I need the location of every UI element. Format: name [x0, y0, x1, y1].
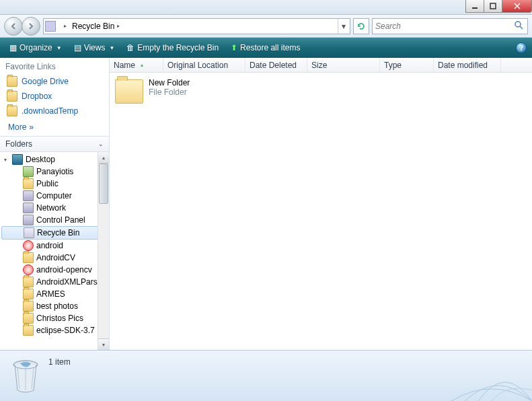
tree-item[interactable]: Panayiotis [0, 166, 109, 178]
minimize-button[interactable] [465, 0, 484, 13]
views-button[interactable]: ▤Views▼ [70, 42, 119, 54]
column-header[interactable]: Size [307, 58, 380, 72]
favorite-link[interactable]: Dropbox [3, 89, 106, 104]
dropdown-icon: ▼ [56, 45, 62, 51]
help-button[interactable]: ? [516, 42, 527, 53]
folder-icon [7, 76, 17, 87]
restore-label: Restore all items [240, 43, 300, 52]
tree-item[interactable]: eclipse-SDK-3.7 [0, 324, 109, 336]
comp-icon [23, 215, 34, 225]
tree-item[interactable]: Control Panel [0, 214, 109, 226]
tree-item-label: Control Panel [36, 215, 85, 225]
column-header[interactable]: Name [110, 58, 163, 72]
empty-bin-button[interactable]: 🗑Empty the Recycle Bin [122, 42, 223, 54]
folders-header[interactable]: Folders⌄ [0, 136, 109, 152]
folders-label: Folders [5, 139, 32, 149]
tree-item-label: Desktop [26, 155, 55, 164]
tree-item-label: AndroidXMLPars [36, 277, 98, 287]
svg-point-4 [515, 22, 521, 27]
window-titlebar [0, 0, 532, 15]
tree-item-label: ARMES [36, 289, 65, 299]
organize-icon: ▦ [9, 43, 17, 52]
favorite-link[interactable]: Google Drive [3, 74, 106, 89]
expand-icon[interactable]: ▾ [4, 157, 7, 163]
address-bar[interactable]: ▸ Recycle Bin▸ ▾ [43, 18, 350, 34]
column-headers: NameOriginal LocationDate DeletedSizeTyp… [110, 58, 532, 73]
folder-icon [23, 313, 34, 324]
search-input[interactable] [375, 22, 525, 31]
tree-item[interactable]: Recycle Bin [1, 226, 108, 240]
decorative-swoosh [397, 350, 532, 401]
tree-item[interactable]: Public [0, 178, 109, 190]
views-label: Views [84, 43, 106, 52]
tree-item-label: android [36, 241, 63, 250]
tree-item-label: best photos [36, 301, 78, 311]
forward-button[interactable] [22, 17, 40, 36]
tree-item-label: Network [36, 203, 66, 213]
tree-item[interactable]: Christos Pics [0, 312, 109, 324]
tree-item[interactable]: android-opencv [0, 264, 109, 276]
chevron-right-icon: ▸ [64, 23, 67, 29]
back-button[interactable] [4, 17, 23, 36]
list-item[interactable]: New FolderFile Folder [114, 77, 528, 105]
desktop-icon [12, 154, 23, 165]
tree-item[interactable]: ARMES [0, 288, 109, 300]
address-segment-location[interactable]: Recycle Bin▸ [69, 19, 122, 34]
bin-icon: 🗑 [126, 43, 135, 52]
address-segment[interactable]: ▸ [59, 19, 69, 34]
net-icon [23, 203, 34, 213]
scroll-up-button[interactable]: ▴ [98, 152, 109, 163]
tree-item[interactable]: android [0, 240, 109, 252]
tree-item-label: eclipse-SDK-3.7 [36, 326, 95, 335]
column-header[interactable]: Date Deleted [245, 58, 307, 72]
more-label: More [8, 122, 26, 132]
tree-item[interactable]: AndroidCV [0, 252, 109, 264]
scrollbar[interactable]: ▴ ▾ [98, 152, 109, 350]
column-header[interactable]: Original Location [163, 58, 245, 72]
column-header[interactable]: Date modified [434, 58, 501, 72]
bin-icon [24, 227, 34, 238]
tree-item-label: Public [36, 179, 59, 188]
svg-rect-1 [490, 3, 496, 9]
maximize-button[interactable] [484, 0, 502, 13]
navigation-pane: Favorite Links Google DriveDropbox.downl… [0, 58, 110, 350]
favorite-link[interactable]: .downloadTemp [3, 104, 106, 118]
item-name: New Folder [149, 78, 190, 87]
warn-icon [23, 240, 34, 251]
tree-item[interactable]: Computer [0, 190, 109, 202]
restore-all-button[interactable]: ⬆Restore all items [227, 42, 304, 54]
favorite-links-header: Favorite Links [0, 58, 109, 74]
status-bar: 1 item [0, 350, 532, 401]
organize-button[interactable]: ▦Organize▼ [5, 42, 66, 54]
restore-icon: ⬆ [231, 43, 237, 52]
folder-icon [23, 277, 34, 287]
favorite-link-label: Google Drive [22, 77, 69, 86]
refresh-button[interactable] [353, 18, 369, 34]
scroll-down-button[interactable]: ▾ [98, 338, 109, 350]
close-button[interactable] [502, 0, 532, 13]
tree-item[interactable]: AndroidXMLPars [0, 276, 109, 288]
folder-icon [7, 91, 17, 102]
more-link[interactable]: More» [0, 118, 109, 136]
folder-icon [23, 301, 34, 312]
folder-icon [23, 252, 34, 263]
address-dropdown[interactable]: ▾ [338, 19, 348, 34]
svg-line-5 [520, 26, 523, 29]
user-icon [23, 166, 34, 177]
content-pane: NameOriginal LocationDate DeletedSizeTyp… [110, 58, 532, 350]
favorite-link-label: .downloadTemp [22, 106, 78, 116]
tree-item-label: AndroidCV [36, 253, 75, 262]
search-box[interactable] [372, 18, 528, 34]
empty-label: Empty the Recycle Bin [137, 43, 219, 52]
folder-icon [115, 79, 143, 104]
file-list[interactable]: New FolderFile Folder [110, 73, 532, 350]
tree-item[interactable]: ▾Desktop [0, 153, 109, 166]
status-text: 1 item [48, 357, 71, 367]
address-location-text: Recycle Bin [72, 22, 114, 31]
scroll-thumb[interactable] [99, 163, 108, 204]
tree-item[interactable]: Network [0, 202, 109, 214]
column-header[interactable]: Type [380, 58, 434, 72]
tree-item[interactable]: best photos [0, 300, 109, 312]
tree-item-label: Christos Pics [36, 314, 83, 323]
search-icon [514, 20, 523, 32]
